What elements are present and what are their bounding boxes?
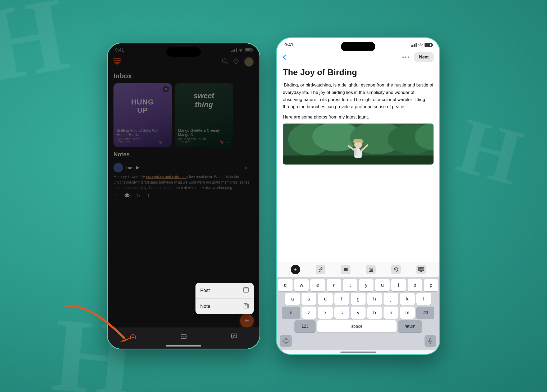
nav-chat[interactable] — [231, 333, 238, 340]
key-s[interactable]: s — [302, 293, 316, 305]
keyboard: q w e r t y u i o p a s d f g h j k — [277, 277, 439, 350]
keyboard-mic-button[interactable] — [425, 335, 436, 347]
key-p[interactable]: p — [424, 279, 438, 291]
article-image — [283, 124, 434, 165]
svg-rect-41 — [418, 267, 424, 271]
key-r[interactable]: r — [327, 279, 341, 291]
key-t[interactable]: t — [343, 279, 357, 291]
context-menu-post[interactable]: Post — [195, 283, 254, 299]
background-decoration: H H H — [0, 0, 547, 392]
link-button[interactable] — [316, 265, 325, 274]
bottom-nav — [108, 327, 259, 349]
article-body-paragraph1: Birding, or birdwatching, is a delightfu… — [283, 81, 434, 110]
article-content: The Joy of Birding Birding, or birdwatch… — [277, 65, 439, 262]
article-title: The Joy of Birding — [283, 67, 434, 77]
article-header-actions: ••• Next — [402, 52, 434, 62]
key-n[interactable]: n — [384, 307, 398, 319]
key-q[interactable]: q — [278, 279, 293, 291]
key-k[interactable]: k — [400, 293, 415, 305]
keyboard-row-2: a s d f g h j k l — [278, 293, 438, 305]
key-a[interactable]: a — [285, 293, 300, 305]
indent-button[interactable] — [366, 265, 376, 274]
key-shift[interactable]: ⇧ — [282, 307, 300, 319]
key-o[interactable]: o — [408, 279, 422, 291]
svg-rect-15 — [231, 334, 237, 338]
home-bar-left — [166, 345, 201, 347]
left-phone: 9:41 — [107, 43, 260, 349]
note-icon — [243, 303, 249, 310]
signal-bars-right — [411, 43, 417, 47]
undo-button[interactable] — [391, 265, 401, 274]
keyboard-row-4: 123 space return — [278, 320, 438, 332]
battery-icon-right — [425, 43, 432, 47]
key-d[interactable]: d — [318, 293, 333, 305]
key-u[interactable]: u — [375, 279, 390, 291]
key-numbers[interactable]: 123 — [294, 320, 316, 332]
right-phone: 9:41 — [276, 37, 440, 355]
home-bar-line — [340, 352, 376, 353]
key-b[interactable]: b — [367, 307, 382, 319]
key-y[interactable]: y — [359, 279, 373, 291]
article-photo-note: Here are some photos from my latest jaun… — [283, 115, 434, 120]
key-j[interactable]: j — [384, 293, 398, 305]
article-header: ••• Next — [277, 50, 439, 65]
key-c[interactable]: c — [334, 307, 349, 319]
time-right: 9:41 — [284, 42, 293, 48]
key-g[interactable]: g — [351, 293, 366, 305]
key-space[interactable]: space — [317, 320, 396, 332]
key-m[interactable]: m — [400, 307, 415, 319]
key-i[interactable]: i — [391, 279, 406, 291]
home-bar-right — [277, 350, 439, 354]
keyboard-row-3: ⇧ z x c v b n m ⌫ — [278, 307, 438, 319]
key-w[interactable]: w — [294, 279, 309, 291]
key-x[interactable]: x — [318, 307, 333, 319]
status-icons-right — [411, 43, 432, 47]
add-element-button[interactable]: + — [291, 265, 300, 274]
svg-rect-30 — [354, 139, 362, 142]
key-v[interactable]: v — [351, 307, 366, 319]
note-label: Note — [200, 304, 210, 309]
key-return[interactable]: return — [398, 320, 422, 332]
more-dots-button[interactable]: ••• — [402, 54, 410, 60]
context-menu-note[interactable]: Note — [195, 299, 254, 314]
key-backspace[interactable]: ⌫ — [416, 307, 434, 319]
key-f[interactable]: f — [334, 293, 349, 305]
key-l[interactable]: l — [416, 293, 431, 305]
list-button[interactable] — [341, 265, 350, 274]
back-button[interactable] — [283, 54, 286, 60]
wifi-icon-right — [418, 43, 423, 47]
keyboard-row-1: q w e r t y u i o p — [278, 279, 438, 291]
editor-toolbar: + — [277, 262, 439, 277]
key-z[interactable]: z — [302, 307, 316, 319]
text-cursor — [283, 82, 283, 88]
dynamic-island-right — [341, 42, 375, 51]
keyboard-dismiss-button[interactable] — [416, 265, 426, 274]
key-h[interactable]: h — [367, 293, 382, 305]
svg-rect-14 — [181, 334, 186, 339]
context-menu: Post Note — [195, 283, 254, 314]
keyboard-bottom — [278, 334, 438, 349]
key-e[interactable]: e — [310, 279, 325, 291]
post-label: Post — [200, 288, 210, 293]
nav-inbox[interactable] — [180, 333, 187, 340]
next-button[interactable]: Next — [414, 52, 434, 62]
svg-rect-53 — [430, 339, 431, 342]
keyboard-globe-button[interactable] — [280, 335, 292, 347]
nav-home[interactable] — [130, 333, 136, 340]
post-icon — [243, 287, 249, 294]
